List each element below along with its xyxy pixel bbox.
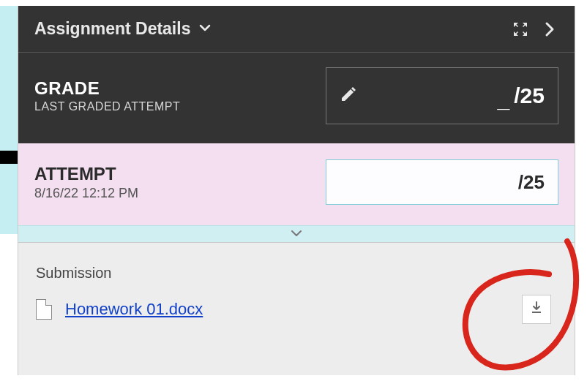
- grade-out-of: /25: [514, 83, 545, 108]
- download-icon: [529, 301, 544, 318]
- next-icon[interactable]: [535, 15, 564, 44]
- grade-value: _: [498, 88, 510, 113]
- grade-label: GRADE: [34, 78, 180, 99]
- attempt-section: ATTEMPT 8/16/22 12:12 PM /25: [18, 143, 575, 225]
- chevron-down-icon: [291, 227, 302, 241]
- panel-title: Assignment Details: [34, 19, 190, 39]
- chevron-down-icon[interactable]: [198, 20, 212, 38]
- grade-labels: GRADE LAST GRADED ATTEMPT: [34, 78, 180, 113]
- svg-rect-0: [532, 312, 541, 313]
- attempt-timestamp: 8/16/22 12:12 PM: [34, 186, 138, 201]
- submission-section: Submission Homework 01.docx: [18, 243, 575, 375]
- grade-sublabel: LAST GRADED ATTEMPT: [34, 100, 180, 113]
- panel-header: Assignment Details: [18, 6, 575, 53]
- grade-section: GRADE LAST GRADED ATTEMPT _ /25: [18, 53, 575, 143]
- pencil-icon: [340, 86, 357, 106]
- attempt-out-of: /25: [518, 171, 545, 194]
- left-rail-highlight: [0, 6, 18, 234]
- left-rail-marker: [0, 151, 18, 164]
- submission-file-link[interactable]: Homework 01.docx: [65, 300, 203, 319]
- attempt-grade-input[interactable]: /25: [326, 159, 558, 205]
- expand-icon[interactable]: [506, 15, 535, 44]
- submission-heading: Submission: [36, 265, 557, 282]
- submission-file-row: Homework 01.docx: [36, 295, 557, 324]
- attempt-label: ATTEMPT: [34, 164, 138, 184]
- download-button[interactable]: [522, 295, 551, 324]
- assignment-details-panel: Assignment Details GRADE LAST GRADED ATT…: [18, 6, 575, 375]
- collapse-toggle[interactable]: [18, 225, 575, 243]
- grade-input-box[interactable]: _ /25: [326, 67, 558, 124]
- attempt-labels: ATTEMPT 8/16/22 12:12 PM: [34, 164, 138, 201]
- document-icon: [36, 299, 52, 320]
